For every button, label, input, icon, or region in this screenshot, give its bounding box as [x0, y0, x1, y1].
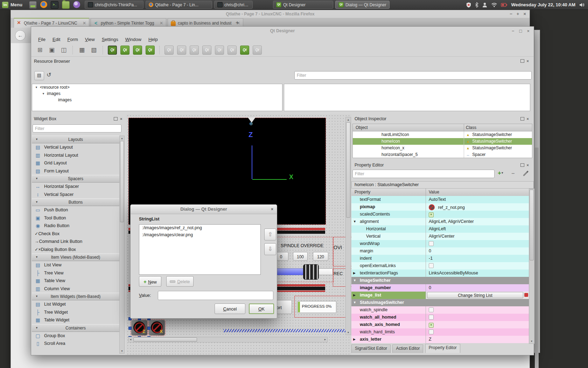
- form-horizontal-scrollbar[interactable]: ◄ ►: [128, 337, 328, 342]
- property-checkbox[interactable]: [429, 329, 434, 334]
- clock[interactable]: Wednesday July 22, 10:40 AM: [511, 2, 575, 7]
- property-row[interactable]: ▼ alignment AlignLeft, AlignVCenter Alig…: [351, 218, 529, 225]
- property-expand-icon[interactable]: ▶: [353, 338, 356, 341]
- dock-float-icon[interactable]: [520, 117, 524, 121]
- delete-string-button[interactable]: Delete: [166, 276, 194, 287]
- raise-widget-icon[interactable]: ▣: [47, 46, 56, 55]
- property-expand-icon[interactable]: ▶: [353, 293, 356, 297]
- property-row[interactable]: watch_axis_homed: [351, 321, 529, 328]
- new-form-icon[interactable]: ⊞: [35, 46, 44, 55]
- firefox-minimize-button[interactable]: −: [510, 10, 512, 18]
- property-value[interactable]: ref_z_not.png: [438, 205, 464, 210]
- dock-close-icon[interactable]: ×: [120, 117, 122, 121]
- string-list-item[interactable]: :/images/images/clear.png: [139, 232, 260, 239]
- qt-restore-button[interactable]: □: [519, 27, 522, 35]
- move-up-button[interactable]: ⇧: [264, 229, 276, 240]
- property-row[interactable]: image_number 0 0: [351, 284, 529, 292]
- menu-button[interactable]: Menu: [10, 2, 22, 7]
- widget-box-item[interactable]: ▧ Form Layout: [32, 167, 119, 175]
- column-header-class[interactable]: Class: [466, 124, 476, 131]
- adjust-size-icon[interactable]: [253, 46, 262, 55]
- widget-box-item[interactable]: ✓× Dialog Button Box: [32, 246, 119, 254]
- layout-horizontal-icon[interactable]: [164, 46, 174, 55]
- resource-tree-item[interactable]: images: [32, 97, 282, 103]
- object-inspector-row[interactable]: hardLimit2Icon ▲ StatusImageSwitcher: [353, 131, 532, 138]
- category-collapse-icon[interactable]: ▼: [35, 325, 38, 332]
- widget-category-header[interactable]: ▼ Item Widgets (Item-Based): [32, 293, 119, 300]
- tree-expand-icon[interactable]: ▼: [35, 86, 38, 89]
- volume-icon[interactable]: [579, 2, 585, 7]
- editor-dock-tab[interactable]: Property Editor: [425, 344, 460, 353]
- property-value[interactable]: 0: [429, 248, 431, 253]
- dock-float-icon[interactable]: [520, 59, 524, 63]
- property-editor-scrollbar[interactable]: ▼: [529, 189, 534, 344]
- selected-spacer-indicator[interactable]: [223, 329, 346, 332]
- property-checkbox[interactable]: [429, 315, 434, 320]
- string-list[interactable]: :/images/images/ref_z_not.png :/images/i…: [139, 224, 261, 275]
- files-launcher-icon[interactable]: [62, 1, 70, 9]
- widget-box-item[interactable]: ▦ Table Widget: [32, 316, 119, 324]
- home-x-status-icon[interactable]: ⚙ X: [149, 320, 165, 335]
- paste-icon[interactable]: ▧: [89, 46, 98, 55]
- tree-expand-icon[interactable]: ▼: [42, 92, 46, 95]
- property-value[interactable]: AlignVCenter: [429, 234, 455, 239]
- new-string-button[interactable]: +New: [139, 276, 161, 287]
- menu-item[interactable]: File: [35, 37, 49, 42]
- widget-category-header[interactable]: ▼ Spacers: [32, 175, 119, 183]
- property-value[interactable]: LinksAccessibleByMouse: [429, 271, 478, 275]
- ok-button[interactable]: OK: [249, 304, 274, 314]
- dialog-titlebar[interactable]: Dialog — Qt Designer: [131, 205, 277, 214]
- menu-item[interactable]: Help: [145, 37, 161, 42]
- firefox-maximize-button[interactable]: +: [517, 10, 519, 18]
- property-checkbox[interactable]: [429, 323, 434, 328]
- override-preset-button[interactable]: 120: [313, 252, 328, 261]
- dock-float-icon[interactable]: [114, 117, 118, 121]
- pidgin-launcher-icon[interactable]: [73, 1, 80, 8]
- property-checkbox[interactable]: [429, 212, 434, 217]
- property-value[interactable]: 0: [429, 285, 431, 290]
- firefox-launcher-icon[interactable]: [40, 1, 47, 8]
- selection-handle[interactable]: [147, 327, 150, 330]
- taskbar-window-button[interactable]: chris@chris-ThinkPa...: [85, 1, 144, 9]
- widget-category-header[interactable]: ▼ Containers: [32, 324, 119, 332]
- resource-tree[interactable]: ▼ <resource root> ▼ images images: [32, 84, 282, 111]
- menu-item[interactable]: Window: [122, 37, 145, 42]
- menu-item[interactable]: Settings: [98, 37, 122, 42]
- property-expand-icon[interactable]: ▼: [353, 301, 356, 304]
- property-expand-icon[interactable]: ▼: [353, 279, 356, 282]
- column-header-value[interactable]: Value: [429, 189, 439, 196]
- dock-close-icon[interactable]: ×: [527, 117, 529, 121]
- property-row[interactable]: ▶ axis_letter Z Z: [351, 336, 529, 343]
- bluetooth-icon[interactable]: [475, 2, 478, 8]
- cancel-button[interactable]: Cancel: [215, 304, 245, 314]
- background-window-scrollbar[interactable]: [534, 30, 540, 353]
- widget-box-item[interactable]: ↔ Horizontal Spacer: [32, 183, 119, 191]
- property-row[interactable]: wordWrap: [351, 240, 529, 247]
- tab-close-icon[interactable]: ✕: [160, 21, 163, 26]
- layout-grid-icon[interactable]: [227, 46, 237, 55]
- layout-vertical-icon[interactable]: [177, 46, 186, 55]
- battery-icon[interactable]: [501, 3, 507, 7]
- resource-tree-item[interactable]: ▼ images: [32, 90, 282, 97]
- property-row[interactable]: ▶ textInteractionFlags LinksAccessibleBy…: [351, 270, 529, 277]
- home-z-status-icon[interactable]: ⚙ Z: [131, 320, 147, 335]
- property-checkbox[interactable]: [429, 241, 434, 246]
- property-row[interactable]: ▼ ImageSwitcher: [351, 277, 529, 284]
- configure-property-editor-icon[interactable]: [523, 171, 528, 176]
- property-value[interactable]: AlignLeft, AlignVCenter: [429, 219, 474, 224]
- layout-form-icon[interactable]: [215, 46, 224, 55]
- edit-widgets-icon[interactable]: [108, 46, 117, 55]
- widget-box-item[interactable]: ↕ Vertical Spacer: [32, 191, 119, 199]
- qt-minimize-button[interactable]: −: [512, 27, 514, 35]
- firefox-close-button[interactable]: ×: [523, 10, 526, 18]
- terminal-launcher-icon[interactable]: [51, 1, 58, 9]
- property-expand-icon[interactable]: ▶: [353, 271, 356, 275]
- add-dynamic-property-icon[interactable]: +: [498, 170, 503, 177]
- dock-close-icon[interactable]: ×: [527, 59, 529, 63]
- wifi-icon[interactable]: [491, 2, 497, 7]
- widget-category-header[interactable]: ▼ Buttons: [32, 198, 119, 206]
- widget-box-item[interactable]: ▭ Push Button: [32, 206, 119, 214]
- widget-box-filter-input[interactable]: [33, 124, 121, 132]
- new-tab-button[interactable]: +: [236, 19, 239, 27]
- widget-box-item[interactable]: ▥ Horizontal Layout: [32, 151, 119, 159]
